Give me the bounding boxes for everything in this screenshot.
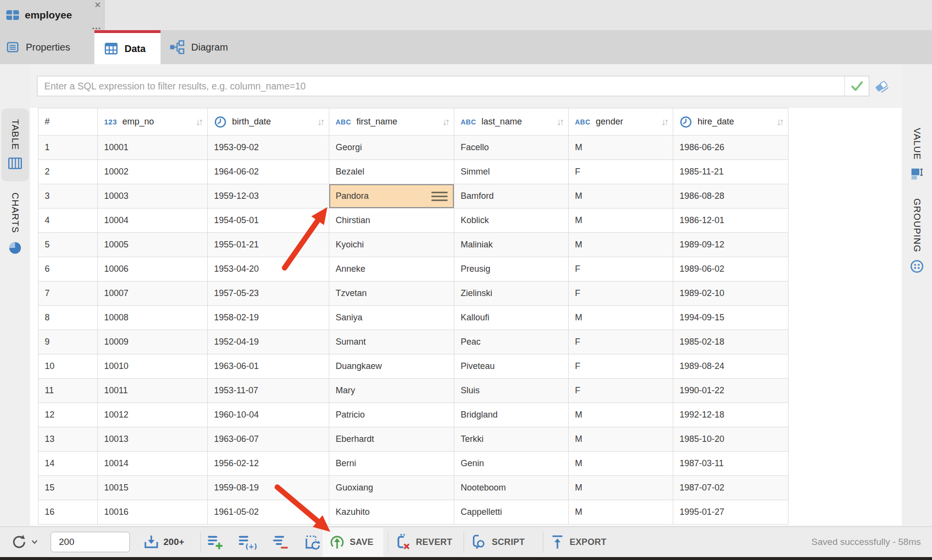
data-cell[interactable]: M: [569, 306, 673, 330]
duplicate-row-button[interactable]: (+): [237, 534, 257, 550]
data-cell[interactable]: 1955-01-21: [208, 233, 329, 257]
column-header-first_name[interactable]: ABCfirst_name↓↑: [329, 108, 454, 136]
data-cell[interactable]: M: [569, 209, 673, 233]
panel-tab-charts[interactable]: CHARTS: [1, 185, 29, 262]
data-cell[interactable]: Maliniak: [454, 233, 569, 257]
data-cell[interactable]: 1985-10-20: [673, 427, 789, 452]
more-dots-icon[interactable]: …: [91, 22, 102, 29]
data-cell[interactable]: F: [569, 354, 673, 379]
column-header-emp_no[interactable]: 123emp_no↓↑: [98, 108, 208, 136]
column-header-birth_date[interactable]: birth_date↓↑: [208, 108, 329, 136]
data-cell[interactable]: 1989-09-12: [673, 233, 789, 257]
data-cell[interactable]: 10011: [98, 379, 208, 403]
data-cell[interactable]: 1994-09-15: [673, 306, 789, 330]
panel-tab-grouping[interactable]: GROUPING: [903, 189, 931, 283]
column-header-gender[interactable]: ABCgender↓↑: [569, 108, 673, 136]
data-cell[interactable]: 1953-09-02: [208, 136, 329, 160]
fetch-size-input[interactable]: [51, 532, 130, 552]
data-cell[interactable]: Kalloufi: [454, 306, 569, 330]
data-cell[interactable]: Kyoichi: [329, 233, 454, 257]
data-cell[interactable]: F: [569, 330, 673, 354]
data-cell[interactable]: 1953-11-07: [208, 379, 329, 403]
tab-properties[interactable]: Properties: [0, 30, 94, 64]
data-cell[interactable]: 1989-02-10: [673, 281, 789, 306]
data-cell[interactable]: 1964-06-02: [208, 160, 329, 184]
refresh-button[interactable]: [10, 533, 38, 551]
data-cell[interactable]: 10001: [98, 136, 208, 160]
row-number-cell[interactable]: 5: [38, 233, 98, 257]
column-header-hire_date[interactable]: hire_date↓↑: [673, 108, 789, 136]
data-cell[interactable]: Duangkaew: [329, 354, 454, 379]
data-cell[interactable]: 1995-01-27: [673, 500, 789, 525]
data-cell[interactable]: 1985-11-21: [673, 160, 789, 184]
data-cell[interactable]: 10005: [98, 233, 208, 257]
data-cell[interactable]: Nooteboom: [454, 476, 569, 500]
sort-icon[interactable]: ↓↑: [776, 116, 784, 127]
data-cell[interactable]: 1985-02-18: [673, 330, 789, 354]
data-cell[interactable]: 1986-06-26: [673, 136, 789, 160]
column-header-last_name[interactable]: ABClast_name↓↑: [454, 108, 569, 136]
fetch-next-page-button[interactable]: 200+: [143, 534, 184, 550]
data-cell[interactable]: Berni: [329, 452, 454, 476]
data-cell[interactable]: Saniya: [329, 306, 454, 330]
data-cell[interactable]: Pandora: [329, 184, 454, 209]
data-cell[interactable]: 10014: [98, 452, 208, 476]
data-cell[interactable]: 1959-08-19: [208, 476, 329, 500]
row-number-cell[interactable]: 8: [38, 306, 98, 330]
row-number-cell[interactable]: 16: [38, 500, 98, 525]
data-cell[interactable]: 1990-01-22: [673, 379, 789, 403]
data-cell[interactable]: 1953-04-20: [208, 257, 329, 281]
tab-data[interactable]: Data: [94, 30, 161, 64]
data-cell[interactable]: F: [569, 281, 673, 306]
data-cell[interactable]: Terkki: [454, 427, 569, 452]
data-cell[interactable]: Zielinski: [454, 281, 569, 306]
data-cell[interactable]: 10003: [98, 184, 208, 209]
data-cell[interactable]: Preusig: [454, 257, 569, 281]
data-cell[interactable]: Cappelletti: [454, 500, 569, 525]
add-row-button[interactable]: [206, 534, 224, 550]
panel-tab-value[interactable]: VALUE: [903, 111, 931, 198]
row-number-cell[interactable]: 3: [38, 184, 98, 209]
data-cell[interactable]: Koblick: [454, 209, 569, 233]
script-button[interactable]: SCRIPT: [470, 533, 525, 551]
data-cell[interactable]: M: [569, 500, 673, 525]
data-cell[interactable]: 10007: [98, 281, 208, 306]
delete-row-button[interactable]: [271, 534, 289, 550]
sort-icon[interactable]: ↓↑: [317, 116, 325, 127]
panel-tab-table[interactable]: TABLE: [1, 108, 29, 181]
data-cell[interactable]: 10013: [98, 427, 208, 452]
data-cell[interactable]: F: [569, 257, 673, 281]
data-cell[interactable]: 10012: [98, 403, 208, 427]
data-cell[interactable]: Sumant: [329, 330, 454, 354]
row-number-cell[interactable]: 7: [38, 281, 98, 306]
data-cell[interactable]: 1959-12-03: [208, 184, 329, 209]
sort-icon[interactable]: ↓↑: [442, 116, 450, 127]
data-cell[interactable]: F: [569, 160, 673, 184]
data-cell[interactable]: Chirstian: [329, 209, 454, 233]
row-number-cell[interactable]: 4: [38, 209, 98, 233]
data-cell[interactable]: M: [569, 403, 673, 427]
data-cell[interactable]: 1963-06-01: [208, 354, 329, 379]
data-cell[interactable]: 1989-06-02: [673, 257, 789, 281]
data-cell[interactable]: 1987-03-11: [673, 452, 789, 476]
data-cell[interactable]: Mary: [329, 379, 454, 403]
data-cell[interactable]: F: [569, 379, 673, 403]
data-cell[interactable]: Bezalel: [329, 160, 454, 184]
row-number-cell[interactable]: 13: [38, 427, 98, 452]
data-cell[interactable]: Eberhardt: [329, 427, 454, 452]
row-number-cell[interactable]: 10: [38, 354, 98, 379]
data-cell[interactable]: M: [569, 184, 673, 209]
data-cell[interactable]: Bamford: [454, 184, 569, 209]
sort-icon[interactable]: ↓↑: [661, 116, 669, 127]
data-cell[interactable]: M: [569, 136, 673, 160]
refresh-row-button[interactable]: [304, 533, 322, 551]
data-cell[interactable]: 1956-02-12: [208, 452, 329, 476]
data-cell[interactable]: Peac: [454, 330, 569, 354]
data-cell[interactable]: 1987-07-02: [673, 476, 789, 500]
export-button[interactable]: EXPORT: [550, 534, 607, 550]
data-cell[interactable]: 10009: [98, 330, 208, 354]
data-cell[interactable]: 1952-04-19: [208, 330, 329, 354]
data-cell[interactable]: 10010: [98, 354, 208, 379]
apply-filter-button[interactable]: [844, 76, 869, 96]
row-number-cell[interactable]: 6: [38, 257, 98, 281]
